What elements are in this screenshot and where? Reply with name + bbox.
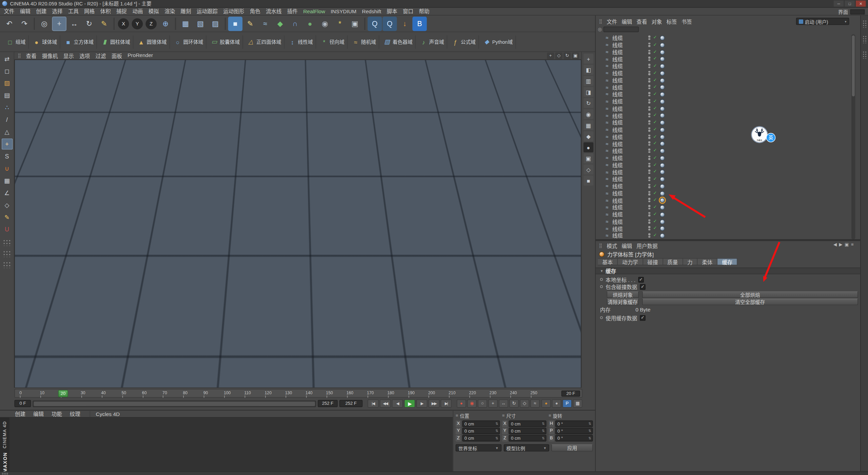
object-name[interactable]: 线缆 — [612, 189, 645, 197]
scrollbar-thumb[interactable] — [852, 35, 855, 96]
attribute-tab[interactable]: 柔体 — [697, 258, 717, 265]
object-name[interactable]: 线缆 — [612, 147, 645, 155]
menu-item[interactable]: INSYDIUM — [328, 7, 359, 15]
clear-all-caches-button[interactable]: 清空全部缓存 — [642, 299, 858, 305]
visibility-dots-icon[interactable] — [648, 184, 650, 188]
toolbar-icon[interactable] — [364, 17, 365, 30]
menu-item[interactable]: 角色 — [247, 7, 263, 15]
dock-icon-6[interactable]: ◉ — [584, 109, 593, 119]
visibility-dots-icon[interactable] — [648, 177, 650, 181]
enabled-check-icon[interactable]: ✓ — [653, 70, 657, 75]
menu-item[interactable]: 脚本 — [384, 7, 400, 15]
keyframe-selection-button[interactable]: ○ — [478, 399, 487, 407]
enable-snap-button[interactable]: ∪ — [1, 163, 13, 174]
material-button[interactable]: ▣ — [348, 16, 362, 31]
playhead[interactable]: 20 — [58, 390, 68, 397]
dynamics-tag-icon[interactable] — [660, 42, 665, 48]
toolbar-icon[interactable] — [114, 17, 115, 30]
plugin-q1-button[interactable]: Q — [368, 16, 382, 31]
minimize-button[interactable]: ─ — [834, 1, 844, 7]
object-name[interactable]: 线缆 — [612, 140, 645, 148]
menu-item[interactable]: 渲染 — [162, 7, 178, 15]
bake-dialog[interactable]: 烘焙动力学模拟 ✕ 1% 取消 — [383, 277, 503, 307]
menu-item[interactable]: 创建 — [33, 7, 49, 15]
next-key-button[interactable]: ▶▶ — [429, 399, 440, 407]
dock-handle-icon[interactable] — [862, 35, 867, 43]
dynamics-tag-icon[interactable] — [660, 85, 665, 90]
dynamics-tag-icon[interactable] — [660, 219, 665, 224]
menu-item[interactable]: 动画 — [130, 7, 145, 15]
size-field[interactable]: 0 cm⇅ — [509, 435, 546, 442]
sound-field-button[interactable]: ♪ 声音域 — [417, 35, 448, 49]
toolbar-icon[interactable] — [225, 17, 226, 30]
menu-item[interactable]: 体积 — [97, 7, 113, 15]
dynamics-tag-icon[interactable] — [660, 170, 665, 175]
menu-item[interactable]: 工具 — [65, 7, 81, 15]
size-mode-dropdown[interactable]: 模型比例▼ — [504, 444, 549, 451]
visibility-dots-icon[interactable] — [648, 205, 650, 209]
palette-handle-icon[interactable] — [2, 239, 11, 246]
object-name[interactable]: 线缆 — [612, 182, 645, 190]
add-cube-button[interactable]: ■ — [228, 16, 242, 31]
object-row[interactable]: ≈ 线缆 ✓ — [596, 119, 851, 126]
bake-object-button[interactable]: 烘焙对象 — [607, 291, 639, 298]
visibility-dots-icon[interactable] — [648, 57, 650, 61]
object-row[interactable]: ≈ 线缆 ✓ — [596, 91, 851, 98]
dynamics-tag-icon[interactable] — [660, 64, 665, 69]
make-editable-button[interactable]: ⇄ — [1, 53, 13, 64]
keyframe-dot-icon[interactable] — [600, 285, 603, 288]
light-button[interactable]: * — [333, 16, 347, 31]
object-name[interactable]: 线缆 — [612, 175, 645, 183]
enabled-check-icon[interactable]: ✓ — [653, 197, 657, 203]
cancel-button[interactable]: 取消 — [431, 298, 456, 305]
visibility-dots-icon[interactable] — [648, 219, 650, 224]
visibility-dots-icon[interactable] — [648, 35, 650, 40]
enabled-check-icon[interactable]: ✓ — [653, 148, 657, 153]
enabled-check-icon[interactable]: ✓ — [653, 113, 657, 118]
menu-item[interactable]: 流水线 — [263, 7, 284, 15]
visibility-dots-icon[interactable] — [648, 92, 650, 96]
lock-y-button[interactable]: Y — [132, 18, 143, 29]
model-mode-button[interactable]: ◻ — [1, 65, 13, 77]
viewport-menu-item[interactable]: 显示 — [61, 52, 77, 60]
object-name[interactable]: 线缆 — [612, 133, 645, 141]
object-manager-menu-item[interactable]: 书签 — [679, 17, 694, 25]
material-menu-item[interactable]: 纹理 — [66, 410, 84, 418]
dynamics-tag-icon[interactable] — [660, 163, 665, 168]
enabled-check-icon[interactable]: ✓ — [653, 49, 657, 54]
capsule-field-button[interactable]: ▭ 胶囊体域 — [208, 35, 243, 49]
dynamics-tag-icon[interactable] — [660, 120, 665, 125]
enabled-check-icon[interactable]: ✓ — [653, 77, 657, 82]
visibility-dots-icon[interactable] — [648, 163, 650, 167]
size-field[interactable]: 0 cm⇅ — [509, 420, 546, 427]
enabled-check-icon[interactable]: ✓ — [653, 63, 657, 68]
enabled-check-icon[interactable]: ✓ — [653, 162, 657, 167]
dynamics-tag-icon[interactable] — [660, 177, 665, 182]
object-row[interactable]: ≈ 线缆 ✓ — [596, 41, 851, 49]
play-button[interactable]: ▶ — [404, 399, 415, 407]
rotation-field[interactable]: 0 °⇅ — [555, 420, 593, 427]
menu-item[interactable]: 窗口 — [400, 7, 416, 15]
enabled-check-icon[interactable]: ✓ — [653, 218, 657, 224]
render-view-button[interactable]: ▦ — [178, 16, 193, 31]
apply-button[interactable]: 应用 — [552, 444, 593, 451]
attribute-tab[interactable]: 碰撞 — [643, 258, 663, 265]
menu-item[interactable]: 网格 — [81, 7, 97, 15]
paint-tool-button[interactable]: ✎ — [1, 212, 13, 223]
record-parameter-button[interactable]: ◇ — [520, 399, 529, 407]
visibility-dots-icon[interactable] — [648, 134, 650, 139]
object-row[interactable]: ≈ 线缆 ✓ — [596, 232, 851, 239]
menu-item[interactable]: 运动图形 — [220, 7, 247, 15]
object-row[interactable]: ≈ 线缆 ✓ — [596, 147, 851, 154]
enabled-check-icon[interactable]: ✓ — [653, 42, 657, 47]
spline-button[interactable]: ≈ — [258, 16, 272, 31]
object-name[interactable]: 线缆 — [612, 211, 645, 218]
render-settings-button[interactable]: ▨ — [208, 16, 222, 31]
object-name[interactable]: 线缆 — [612, 112, 645, 119]
last-tool-button[interactable]: ✎ — [97, 16, 111, 31]
visibility-dots-icon[interactable] — [648, 149, 650, 153]
object-row[interactable]: ≈ 线缆 ✓ — [596, 154, 851, 162]
history-back-icon[interactable]: ◀ — [833, 242, 837, 247]
visibility-dots-icon[interactable] — [648, 50, 650, 54]
prev-key-button[interactable]: ◀◀ — [380, 399, 391, 407]
